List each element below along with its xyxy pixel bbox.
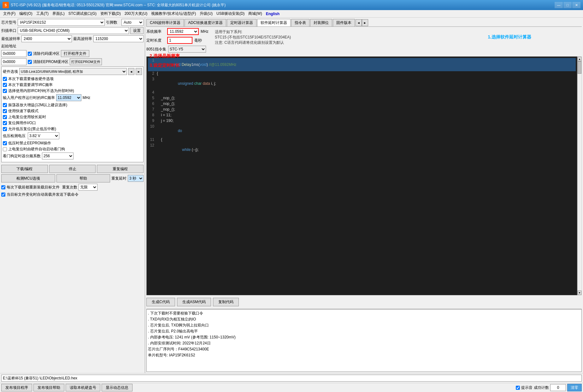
instr-set-row: 8051指令集 STC-Y5 bbox=[146, 46, 209, 53]
minimize-button[interactable]: — bbox=[555, 2, 563, 8]
log-line-9: 单片机型号: IAP15F2K61S2 bbox=[148, 353, 580, 358]
menu-prize[interactable]: 200万大奖(U) bbox=[123, 10, 150, 17]
title-bar: S STC-ISP (V6.92J) (服务电话/销售电话: 0513-5501… bbox=[0, 0, 583, 10]
hardware-nav-btn2[interactable]: ► bbox=[136, 68, 142, 75]
cb-adjust-irc[interactable] bbox=[3, 83, 7, 87]
menu-file[interactable]: 文件(F) bbox=[1, 10, 17, 17]
log-line-4: . 芯片复位后, P2.0输出高电平 bbox=[148, 329, 580, 334]
cb1-label: 本次下载需要修改硬件选项 bbox=[8, 76, 54, 82]
line-code-7: _nop_(); bbox=[157, 107, 576, 113]
instr-set-select[interactable]: STC-Y5 bbox=[168, 46, 206, 53]
voltage-select[interactable]: 3.82 V bbox=[28, 132, 59, 139]
menu-upgrade[interactable]: 升级(U) bbox=[198, 10, 215, 17]
close-button[interactable]: ✕ bbox=[572, 2, 580, 8]
cb-long-delay[interactable] bbox=[3, 115, 7, 119]
scroll-down-arrow[interactable]: ▼ bbox=[578, 291, 581, 295]
menu-debug[interactable]: STC调试接口(G) bbox=[67, 10, 98, 17]
maximize-button[interactable]: □ bbox=[563, 2, 572, 8]
tab-can[interactable]: CAN波特率计算器 bbox=[146, 19, 184, 26]
cb-low-volt-eeprom[interactable] bbox=[3, 141, 7, 145]
menu-tools[interactable]: 工具(T) bbox=[34, 10, 50, 17]
title-controls: — □ ✕ bbox=[555, 2, 580, 8]
gen-c-button[interactable]: 生成C代码 bbox=[146, 298, 175, 306]
cb-watchdog[interactable] bbox=[3, 147, 7, 151]
clear-button[interactable]: 清零 bbox=[567, 384, 582, 391]
watchdog-select[interactable]: 256 bbox=[42, 153, 74, 159]
publish-help-button[interactable]: 发布项目帮助 bbox=[33, 384, 64, 391]
tab-instr[interactable]: 指令表 bbox=[291, 19, 309, 26]
line-code-11: { bbox=[157, 137, 576, 143]
cb-watchdog-row: 上电复位时由硬件自动启动看门狗 bbox=[3, 147, 142, 152]
tab-nav-right[interactable]: ► bbox=[362, 19, 368, 26]
gen-asm-button[interactable]: 生成ASM代码 bbox=[177, 298, 211, 306]
note-title: 适用于如下系列: bbox=[215, 29, 291, 35]
publish-button[interactable]: 发布项目程序 bbox=[1, 384, 32, 391]
cb-low-voltage-reset[interactable] bbox=[3, 127, 7, 131]
line-code-9: j = 190; bbox=[157, 118, 576, 124]
menu-english[interactable]: English bbox=[264, 11, 281, 17]
hardware-nav-btn[interactable]: ◄ bbox=[128, 68, 134, 75]
sound-checkbox[interactable] bbox=[516, 386, 520, 390]
chip-select[interactable]: IAP15F2K61S2 bbox=[18, 19, 105, 26]
line-num-10: 10 bbox=[148, 124, 157, 137]
line-num-6: 6 bbox=[148, 101, 157, 107]
scroll-up-arrow[interactable]: ▲ bbox=[578, 57, 581, 61]
clear-code-cache-checkbox[interactable] bbox=[28, 52, 32, 56]
tab-firmware[interactable]: 固件版本 bbox=[333, 19, 355, 26]
irc-freq-label: 输入用户程序运行时的IRC频率 bbox=[3, 95, 55, 101]
cb-internal-irc[interactable] bbox=[3, 89, 7, 93]
cb-fast-download[interactable] bbox=[3, 109, 7, 113]
repeat-count-select[interactable]: 无限 bbox=[79, 184, 97, 191]
detect-button[interactable]: 检测MCU选项 bbox=[1, 174, 55, 182]
cb3-row: 选择使用内部IRC时钟(不选为外部时钟) bbox=[3, 88, 142, 94]
min-baud-select[interactable]: 2400 bbox=[21, 35, 72, 42]
success-count-label: 成功计数 bbox=[534, 385, 549, 390]
cb-reset-io[interactable] bbox=[3, 121, 7, 125]
repeat-delay-select[interactable]: 3 秒 bbox=[128, 175, 144, 182]
max-baud-select[interactable]: 115200 bbox=[93, 35, 144, 42]
clear-code-cache-label: 清除代码缓冲区 bbox=[33, 51, 60, 56]
menu-mall[interactable]: 商城(W) bbox=[246, 10, 264, 17]
sys-freq-select[interactable]: 11.0592 bbox=[167, 28, 199, 35]
delay-len-input[interactable] bbox=[167, 37, 192, 44]
tab-package[interactable]: 封装脚位 bbox=[310, 19, 332, 26]
pin-select[interactable]: Auto bbox=[121, 19, 144, 26]
code-line-6: 6 _nop_(); bbox=[148, 101, 576, 107]
code-scrollbar[interactable]: ▲ ▼ bbox=[577, 56, 582, 295]
irc-freq-select[interactable]: 11.0592 bbox=[56, 94, 81, 101]
log-line-5: . 内部参考电压: 1241 mV (参考范围: 1150~1320mV) bbox=[148, 335, 580, 340]
addr2-input[interactable] bbox=[1, 58, 26, 65]
tab-delay[interactable]: 软件延时计算器 bbox=[257, 19, 291, 27]
addr1-input[interactable] bbox=[1, 50, 26, 57]
success-count-input[interactable] bbox=[550, 384, 566, 391]
menu-download[interactable]: 资料下载(D) bbox=[98, 10, 123, 17]
open-eeprom-button[interactable]: 打开EEPROM文件 bbox=[70, 58, 102, 65]
cb6-label: 使用快速下载模式 bbox=[8, 108, 38, 114]
menu-video[interactable]: 视频教学/技术论坛/选型(F) bbox=[149, 10, 198, 17]
scroll-thumb[interactable] bbox=[578, 61, 581, 74]
download-button[interactable]: 下载/编程 bbox=[1, 165, 48, 173]
cb-reload[interactable] bbox=[1, 185, 5, 189]
file-path-input[interactable] bbox=[1, 375, 582, 382]
menu-interface[interactable]: 界面(L) bbox=[50, 10, 67, 17]
cb-reload-label: 每次下载前都重新装载目标文件 bbox=[7, 185, 60, 190]
show-info-button[interactable]: 显示动态信息 bbox=[102, 384, 132, 391]
cb-modify-hardware[interactable] bbox=[3, 77, 7, 81]
repeat-button[interactable]: 重复编程 bbox=[97, 165, 144, 173]
stop-button[interactable]: 停止 bbox=[49, 165, 96, 173]
read-disk-button[interactable]: 读取本机硬盘号 bbox=[66, 384, 100, 391]
clear-eeprom-cache-checkbox[interactable] bbox=[28, 60, 32, 64]
cb-oscillator-gain[interactable] bbox=[3, 103, 7, 107]
settings-button[interactable]: 设置 bbox=[130, 27, 144, 34]
menu-program[interactable]: 编程(O) bbox=[17, 10, 34, 17]
tab-timer[interactable]: 定时器计算器 bbox=[227, 19, 256, 26]
copy-code-button[interactable]: 复制代码 bbox=[213, 298, 239, 306]
menu-usb[interactable]: USB驱动安装(D) bbox=[215, 10, 246, 17]
open-prog-button[interactable]: 打开程序文件 bbox=[61, 50, 89, 57]
cb-auto-download[interactable] bbox=[1, 193, 5, 197]
tab-nav-left[interactable]: ◄ bbox=[356, 19, 362, 26]
tab-adc[interactable]: ADC转换速度计算器 bbox=[185, 19, 226, 26]
help-button[interactable]: 帮助 bbox=[56, 174, 110, 182]
scan-select[interactable]: USB-SERIAL CH340 (COM8) bbox=[18, 27, 129, 34]
hardware-select[interactable]: USB-Link1D/U8W/U8W-Mini脱机 程序加 bbox=[19, 68, 127, 75]
